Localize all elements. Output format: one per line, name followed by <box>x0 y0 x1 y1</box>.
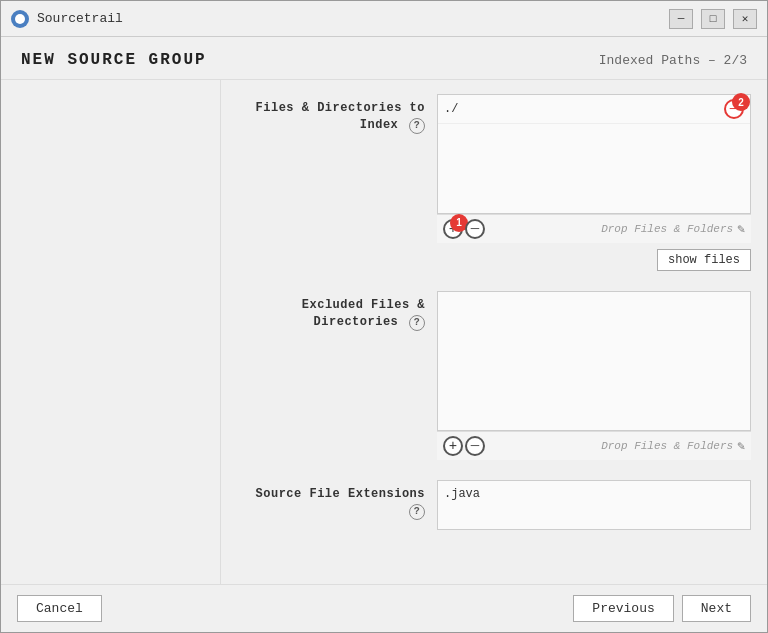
excluded-add-remove-buttons: + ─ <box>443 436 485 456</box>
next-button[interactable]: Next <box>682 595 751 622</box>
remove-file-button[interactable]: ─ <box>465 219 485 239</box>
drop-hint-1: Drop Files & Folders <box>485 223 737 235</box>
app-icon <box>11 10 29 28</box>
drop-hint-2: Drop Files & Folders <box>485 440 737 452</box>
clearfix-1: show files <box>437 243 751 271</box>
files-dirs-list: ./ ─ 2 <box>437 94 751 214</box>
title-bar: Sourcetrail ─ □ ✕ <box>1 1 767 37</box>
excluded-footer: + ─ Drop Files & Folders ✎ <box>437 431 751 460</box>
excluded-row: Excluded Files & Directories ? + ─ Drop … <box>237 291 751 460</box>
previous-button[interactable]: Previous <box>573 595 673 622</box>
sidebar <box>1 80 221 584</box>
excluded-control: + ─ Drop Files & Folders ✎ <box>437 291 751 460</box>
edit-icon-1[interactable]: ✎ <box>737 221 745 237</box>
remove-excluded-button[interactable]: ─ <box>465 436 485 456</box>
footer-left: Cancel <box>17 595 102 622</box>
cancel-button[interactable]: Cancel <box>17 595 102 622</box>
source-ext-control: .java <box>437 480 751 530</box>
source-ext-box[interactable]: .java <box>437 480 751 530</box>
maximize-button[interactable]: □ <box>701 9 725 29</box>
add-excluded-button[interactable]: + <box>443 436 463 456</box>
app-window: Sourcetrail ─ □ ✕ NEW SOURCE GROUP Index… <box>0 0 768 633</box>
excluded-help-icon[interactable]: ? <box>409 315 425 331</box>
source-ext-label: Source File Extensions ? <box>237 480 437 520</box>
source-ext-value: .java <box>444 487 480 501</box>
add-remove-buttons: + 1 ─ <box>443 219 485 239</box>
file-path-text: ./ <box>444 102 724 116</box>
close-button[interactable]: ✕ <box>733 9 757 29</box>
page-title: NEW SOURCE GROUP <box>21 51 207 69</box>
files-dirs-footer: + 1 ─ Drop Files & Folders ✎ <box>437 214 751 243</box>
source-ext-help-icon[interactable]: ? <box>409 504 425 520</box>
files-dirs-label: Files & Directories to Index ? <box>237 94 437 134</box>
badge-2: 2 <box>732 93 750 111</box>
excluded-list <box>437 291 751 431</box>
files-dirs-control: ./ ─ 2 + 1 ─ <box>437 94 751 271</box>
remove-item-button[interactable]: ─ 2 <box>724 99 744 119</box>
source-ext-row: Source File Extensions ? .java <box>237 480 751 530</box>
minimize-button[interactable]: ─ <box>669 9 693 29</box>
files-dirs-row: Files & Directories to Index ? ./ ─ 2 <box>237 94 751 271</box>
excluded-label: Excluded Files & Directories ? <box>237 291 437 331</box>
steps-indicator: Indexed Paths – 2/3 <box>599 53 747 68</box>
page-header: NEW SOURCE GROUP Indexed Paths – 2/3 <box>1 37 767 80</box>
files-dirs-help-icon[interactable]: ? <box>409 118 425 134</box>
add-file-button[interactable]: + 1 <box>443 219 463 239</box>
content-area: Files & Directories to Index ? ./ ─ 2 <box>1 80 767 584</box>
window-title: Sourcetrail <box>37 11 669 26</box>
footer: Cancel Previous Next <box>1 584 767 632</box>
file-list-item: ./ ─ 2 <box>438 95 750 124</box>
show-files-button[interactable]: show files <box>657 249 751 271</box>
footer-right: Previous Next <box>573 595 751 622</box>
window-controls: ─ □ ✕ <box>669 9 757 29</box>
main-form: Files & Directories to Index ? ./ ─ 2 <box>221 80 767 584</box>
edit-icon-2[interactable]: ✎ <box>737 438 745 454</box>
